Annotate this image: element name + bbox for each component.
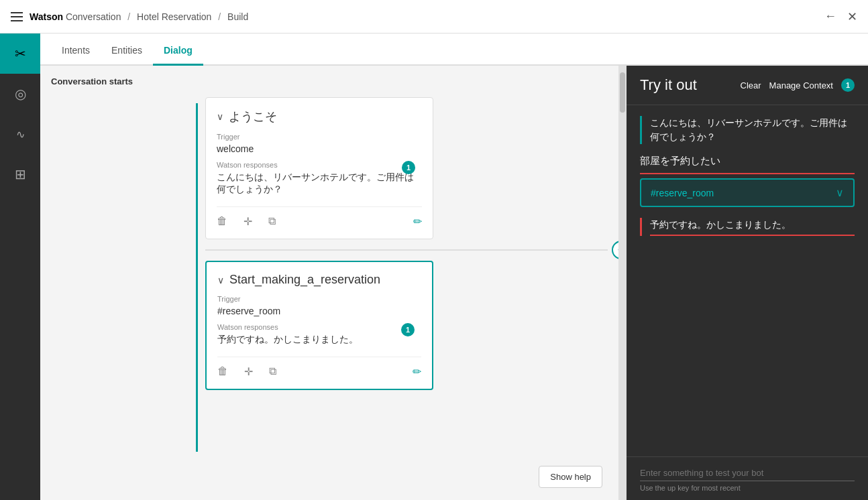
node-chevron-1[interactable]: ∨ (217, 111, 223, 122)
duplicate-icon-1[interactable]: ⧉ (268, 215, 276, 228)
nodes-container: ∨ ようこそ Trigger welcome Watson responses … (205, 97, 608, 390)
bot-response-text: 予約ですね。かしこまりました。 (650, 219, 791, 230)
node-card-reservation: ∨ Start_making_a_reservation Trigger #re… (205, 261, 433, 390)
dialog-area: Conversation starts ∨ ようこそ Trigger welco… (40, 66, 868, 500)
node-title-2: Start_making_a_reservation (229, 273, 380, 287)
close-icon[interactable]: ✕ (847, 9, 857, 24)
node-header-2: ∨ Start_making_a_reservation (217, 273, 421, 287)
move-icon-1[interactable]: ✛ (243, 215, 252, 228)
breadcrumb-hotel[interactable]: Hotel Reservation (137, 11, 211, 22)
node-responses-value-2: 予約ですね。かしこまりました。 (217, 334, 421, 346)
intent-value: #reserve_room (651, 188, 714, 198)
top-bar-left: Watson Conversation / Hotel Reservation … (11, 11, 248, 22)
chat-bot-response: 予約ですね。かしこまりました。 (640, 218, 855, 236)
try-panel: Try it out Clear Manage Context 1 こんにちは、… (627, 66, 868, 500)
node-title-1: ようこそ (229, 109, 277, 125)
tab-entities[interactable]: Entities (101, 37, 153, 66)
breadcrumb-sep2: / (127, 11, 130, 22)
try-panel-badge: 1 (841, 78, 855, 92)
node-actions-1: 🗑 ✛ ⧉ ✏ (217, 206, 422, 228)
node-responses-label-1: Watson responses (217, 161, 422, 169)
try-input[interactable] (640, 465, 855, 481)
manage-context-button[interactable]: Manage Context (769, 80, 833, 90)
conversation-starts-label: Conversation starts (51, 76, 133, 86)
chat-bot-greeting: こんにちは、リバーサンホテルです。ご用件は何でしょうか？ (640, 116, 855, 144)
node-trigger-label-2: Trigger (217, 295, 421, 303)
scrollbar[interactable] (618, 66, 627, 500)
tab-bar: Intents Entities Dialog (40, 34, 868, 66)
brand-name: Watson (30, 11, 63, 22)
sidebar-item-target[interactable]: ◎ (0, 74, 40, 114)
target-icon: ◎ (15, 86, 26, 102)
dropdown-arrow-icon: ∨ (836, 186, 844, 199)
breadcrumb: Watson Conversation / Hotel Reservation … (30, 11, 248, 22)
left-sidebar: ✂ ◎ ∿ ⊞ (0, 34, 40, 500)
sidebar-item-tools[interactable]: ✂ (0, 34, 40, 74)
user-input-display: 部屋を予約したい (640, 155, 855, 168)
node-trigger-value-1: welcome (217, 143, 422, 154)
chat-user-section: 部屋を予約したい #reserve_room ∨ (640, 155, 855, 207)
intent-dropdown[interactable]: #reserve_room ∨ (640, 178, 855, 207)
delete-icon-2[interactable]: 🗑 (217, 365, 228, 378)
tab-intents[interactable]: Intents (51, 37, 101, 66)
node-responses-value-1: こんにちは、リバーサンホテルです。ご用件は何でしょうか？ (217, 172, 422, 196)
show-help-button[interactable]: Show help (539, 466, 602, 488)
grid-icon: ⊞ (15, 166, 26, 182)
response-underline (650, 235, 855, 236)
node-actions-2: 🗑 ✛ ⧉ ✏ (217, 357, 421, 378)
top-bar-right: ← ✕ (824, 9, 857, 24)
node-card-welcome: ∨ ようこそ Trigger welcome Watson responses … (205, 97, 433, 239)
tools-icon: ✂ (15, 46, 26, 62)
hamburger-menu[interactable] (11, 12, 23, 21)
bot-greeting-text: こんにちは、リバーサンホテルです。ご用件は何でしょうか？ (650, 117, 847, 142)
scroll-thumb (620, 72, 625, 113)
conversation-starts: Conversation starts (51, 76, 608, 86)
tree-panel: Conversation starts ∨ ようこそ Trigger welco… (40, 66, 618, 500)
node-badge-1: 1 (402, 161, 415, 174)
sidebar-item-analytics[interactable]: ∿ (0, 114, 40, 154)
connector-1: + (205, 239, 608, 261)
try-panel-title: Try it out (640, 76, 733, 94)
user-underline (640, 173, 855, 174)
node-trigger-value-2: #reserve_room (217, 306, 421, 316)
breadcrumb-sep3: / (218, 11, 221, 22)
edit-icon-2[interactable]: ✏ (413, 365, 421, 378)
try-input-hint: Use the up key for most recent (640, 484, 855, 492)
node-badge-2: 1 (401, 323, 415, 336)
tree-line-vertical (196, 103, 198, 452)
try-panel-body: こんにちは、リバーサンホテルです。ご用件は何でしょうか？ 部屋を予約したい #r… (627, 105, 868, 456)
main-layout: ✂ ◎ ∿ ⊞ Intents Entities Dialog (0, 34, 868, 500)
move-icon-2[interactable]: ✛ (244, 365, 253, 378)
chart-icon: ∿ (16, 128, 25, 141)
node-trigger-label-1: Trigger (217, 133, 422, 141)
clear-button[interactable]: Clear (741, 80, 761, 90)
try-panel-footer: Use the up key for most recent (627, 456, 868, 500)
edit-icon-1[interactable]: ✏ (413, 215, 422, 228)
duplicate-icon-2[interactable]: ⧉ (269, 365, 276, 378)
content-area: Intents Entities Dialog Conversation sta… (40, 34, 868, 500)
tab-dialog[interactable]: Dialog (153, 37, 203, 66)
top-bar: Watson Conversation / Hotel Reservation … (0, 0, 868, 34)
node-chevron-2[interactable]: ∨ (217, 275, 224, 286)
node-responses-label-2: Watson responses (217, 323, 421, 331)
breadcrumb-build: Build (227, 11, 248, 22)
add-node-button[interactable]: + (612, 241, 618, 259)
node-header-1: ∨ ようこそ (217, 109, 422, 125)
breadcrumb-conversation[interactable]: Conversation (66, 11, 121, 22)
back-icon[interactable]: ← (824, 9, 836, 23)
delete-icon-1[interactable]: 🗑 (217, 215, 227, 228)
try-panel-header: Try it out Clear Manage Context 1 (627, 66, 868, 105)
sidebar-item-grid[interactable]: ⊞ (0, 154, 40, 194)
